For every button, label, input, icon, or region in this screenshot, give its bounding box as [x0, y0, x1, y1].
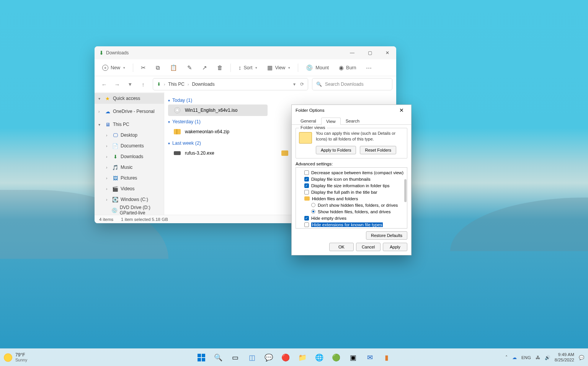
- weather-widget[interactable]: 79°F Sunny: [4, 353, 27, 362]
- paste-button[interactable]: 📋: [168, 63, 180, 73]
- taskview-button[interactable]: ▭: [228, 350, 242, 365]
- breadcrumb-downloads[interactable]: Downloads: [192, 82, 214, 87]
- cancel-button[interactable]: Cancel: [356, 243, 381, 251]
- radio-icon: [311, 203, 315, 207]
- network-icon[interactable]: 🖧: [536, 355, 540, 360]
- close-button[interactable]: ✕: [379, 46, 396, 59]
- language-button[interactable]: ENG: [521, 355, 531, 360]
- file-row-rufus[interactable]: rufus-3.20.exe: [168, 147, 214, 159]
- outlook-icon: ✉: [367, 353, 373, 362]
- checkbox-icon: ✓: [304, 183, 309, 188]
- advanced-settings-label: Advanced settings:: [296, 162, 407, 166]
- minimize-button[interactable]: —: [343, 46, 361, 59]
- download-icon: ⬇: [112, 154, 118, 160]
- share-button[interactable]: ↗: [200, 63, 209, 73]
- apply-to-folders-button[interactable]: Apply to Folders: [316, 146, 356, 154]
- usb-icon: [174, 151, 181, 155]
- delete-button[interactable]: 🗑: [215, 63, 225, 72]
- sort-button[interactable]: ↕ Sort ▾: [236, 63, 260, 72]
- view-button[interactable]: ▦ View ▾: [265, 63, 292, 73]
- folder-views-text: You can apply this view (such as Details…: [316, 131, 404, 144]
- group-today[interactable]: ▾Today (1): [168, 96, 392, 105]
- separator: [133, 64, 133, 72]
- file-row-iso[interactable]: Win11_English_x64v1.iso: [168, 105, 268, 116]
- sidebar-item-onedrive[interactable]: ›☁OneDrive - Personal: [95, 106, 164, 117]
- rename-icon: ✎: [187, 64, 192, 71]
- opt-dont-show-hidden[interactable]: Don't show hidden files, folders, or dri…: [297, 202, 405, 208]
- start-button[interactable]: [194, 350, 209, 365]
- reset-folders-button[interactable]: Reset Folders: [360, 146, 396, 154]
- burn-button[interactable]: ◉ Burn: [336, 63, 358, 73]
- ok-button[interactable]: OK: [329, 243, 354, 251]
- sidebar-item-music[interactable]: ›🎵Music: [95, 162, 164, 173]
- sidebar-item-documents[interactable]: ›📄Documents: [95, 141, 164, 151]
- chat-button[interactable]: 💬: [261, 350, 276, 365]
- sidebar-item-quickaccess[interactable]: ▾★Quick access: [95, 93, 164, 104]
- apply-button[interactable]: Apply: [383, 243, 407, 251]
- onedrive-tray-icon[interactable]: ☁: [512, 355, 517, 360]
- folder-views-group: Folder views You can apply this view (su…: [296, 128, 407, 158]
- sidebar-item-videos[interactable]: ›🎬Videos: [95, 183, 164, 194]
- sidebar-item-dvd[interactable]: 💿DVD Drive (D:) GParted-live: [95, 205, 164, 215]
- scrollbar[interactable]: [404, 179, 407, 202]
- address-bar[interactable]: ⬇ › This PC › Downloads ▾ ⟳: [153, 78, 308, 90]
- breadcrumb-thispc[interactable]: This PC: [168, 82, 185, 87]
- opt-show-hidden[interactable]: Show hidden files, folders, and drives: [297, 208, 405, 215]
- sidebar-item-pictures[interactable]: ›🖼Pictures: [95, 173, 164, 183]
- opt-hide-extensions[interactable]: Hide extensions for known file types: [297, 221, 405, 228]
- opt-size-tips[interactable]: ✓Display file size information in folder…: [297, 182, 405, 189]
- taskbar-app[interactable]: ▮: [379, 350, 394, 365]
- tray-expand-button[interactable]: ˄: [505, 355, 508, 360]
- dialog-close-button[interactable]: ✕: [396, 107, 407, 113]
- explorer-button[interactable]: 📁: [295, 350, 310, 365]
- taskbar-app[interactable]: 🟢: [329, 350, 343, 365]
- opt-compact[interactable]: Decrease space between items (compact vi…: [297, 169, 405, 176]
- scissors-icon: ✂: [141, 64, 146, 71]
- cut-button[interactable]: ✂: [139, 63, 148, 73]
- dialog-titlebar[interactable]: Folder Options ✕: [292, 105, 411, 116]
- terminal-button[interactable]: ▣: [346, 350, 360, 365]
- desktop-icon: 🖵: [112, 132, 118, 138]
- sidebar-item-desktop[interactable]: ›🖵Desktop: [95, 130, 164, 141]
- advanced-settings-list[interactable]: Decrease space between items (compact vi…: [296, 167, 407, 229]
- chevron-down-icon[interactable]: ▾: [293, 82, 296, 87]
- terminal-icon: ▣: [350, 353, 356, 362]
- separator: [230, 64, 231, 72]
- opt-full-path[interactable]: Display the full path in the title bar: [297, 189, 405, 195]
- sidebar-item-thispc[interactable]: ▾🖥This PC: [95, 119, 164, 130]
- document-icon: 📄: [112, 143, 118, 149]
- clock[interactable]: 9:49 AM 8/25/2022: [555, 352, 574, 363]
- sidebar-item-windowsc[interactable]: ›💽Windows (C:): [95, 194, 164, 205]
- copy-button[interactable]: ⧉: [154, 63, 162, 73]
- restore-defaults-button[interactable]: Restore Defaults: [366, 231, 407, 240]
- rename-button[interactable]: ✎: [185, 63, 194, 73]
- edge-icon: 🌐: [315, 353, 323, 362]
- search-input[interactable]: 🔍 Search Downloads: [312, 78, 392, 90]
- search-button[interactable]: 🔍: [211, 350, 225, 365]
- tab-search[interactable]: Search: [341, 117, 364, 124]
- tab-general[interactable]: General: [296, 117, 321, 124]
- tab-view[interactable]: View: [321, 118, 341, 125]
- up-button[interactable]: ↑: [137, 78, 149, 90]
- chat-icon: 💬: [265, 353, 273, 362]
- notifications-button[interactable]: 💬: [579, 355, 584, 360]
- recent-button[interactable]: ▾: [124, 78, 136, 90]
- opt-merge-conflicts[interactable]: ✓Hide folder merge conflicts: [297, 228, 405, 229]
- explorer-titlebar[interactable]: ⬇ Downloads — ▢ ✕: [95, 46, 396, 59]
- forward-button[interactable]: →: [111, 78, 123, 90]
- new-button[interactable]: + New ▾: [100, 63, 127, 72]
- more-button[interactable]: ⋯: [364, 63, 374, 73]
- back-button[interactable]: ←: [98, 78, 110, 90]
- mount-button[interactable]: 💿 Mount: [304, 63, 331, 73]
- refresh-button[interactable]: ⟳: [300, 82, 304, 87]
- sidebar-item-downloads[interactable]: ›⬇Downloads: [95, 151, 164, 162]
- edge-button[interactable]: 🌐: [312, 350, 327, 365]
- outlook-button[interactable]: ✉: [363, 350, 377, 365]
- widgets-button[interactable]: ◫: [245, 350, 259, 365]
- opt-icon-thumb[interactable]: ✓Display file icon on thumbnails: [297, 176, 405, 182]
- taskbar-app[interactable]: 🔴: [278, 350, 293, 365]
- volume-icon[interactable]: 🔊: [545, 355, 550, 360]
- maximize-button[interactable]: ▢: [361, 46, 379, 59]
- opt-hide-empty[interactable]: ✓Hide empty drives: [297, 215, 405, 221]
- folder-icon: 📁: [298, 353, 307, 362]
